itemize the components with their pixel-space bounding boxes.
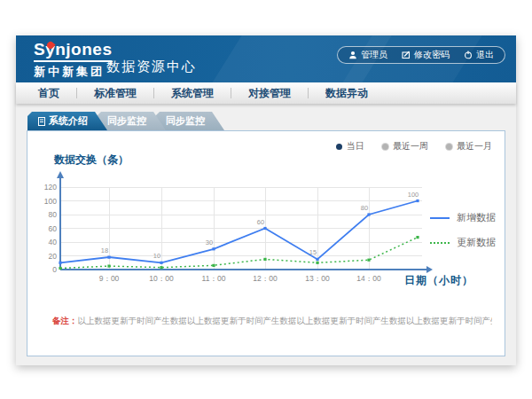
svg-text:13：00: 13：00 [305,274,330,283]
tab-system-intro[interactable]: 系统介绍 [27,112,107,130]
y-axis-title: 数据交换（条） [54,153,129,168]
power-icon [464,51,473,59]
document-icon [38,117,45,126]
svg-text:120: 120 [44,183,57,192]
svg-text:40: 40 [49,238,58,246]
change-password-button[interactable]: 修改密码 [402,49,450,61]
solid-line-icon [430,217,450,219]
nav-item-data-change[interactable]: 数据异动 [309,86,385,101]
range-option-today[interactable]: 当日 [336,140,364,153]
svg-text:30: 30 [206,239,213,246]
svg-text:0: 0 [52,265,57,274]
footnote: 备注：以上数据更新于时间产生数据以上数据更新于时间产生数据以上数据更新于时间产生… [52,316,492,327]
tab-label: 系统介绍 [49,114,88,128]
brand-logo: Synjones 新中新集团 [34,40,112,80]
chart-panel: 当日 最近一周 最近一月 数据交换（条） 0204060801001209：00… [27,130,505,356]
change-password-label: 修改密码 [414,49,450,61]
svg-text:10: 10 [153,252,160,260]
legend-item-update-data: 更新数据 [430,236,496,249]
user-icon [348,51,357,59]
svg-text:11：00: 11：00 [202,274,226,283]
svg-text:20: 20 [49,252,58,261]
tab-label: 同步监控 [107,114,146,128]
app-window: Synjones 新中新集团 数据资源中心 管理员 修改密码 [16,35,516,365]
edit-icon [402,51,411,59]
svg-text:80: 80 [49,210,58,219]
dotted-line-icon [430,242,450,244]
radio-selected-icon [336,144,342,150]
range-option-label: 当日 [347,140,364,153]
radio-unselected-icon [446,144,452,150]
svg-text:9：00: 9：00 [99,274,120,283]
nav-item-system-mgmt[interactable]: 系统管理 [154,86,231,101]
footnote-text: 以上数据更新于时间产生数据以上数据更新于时间产生数据以上数据更新于时间产生数据以… [78,316,493,325]
svg-text:100: 100 [44,197,57,206]
range-option-label: 最近一周 [393,140,428,153]
page-title: 数据资源中心 [106,59,197,75]
range-option-label: 最近一月 [457,140,492,153]
svg-text:18: 18 [101,246,108,254]
main-nav: 首页 标准管理 系统管理 对接管理 数据异动 [16,82,516,104]
user-toolbar: 管理员 修改密码 退出 [337,46,505,64]
logout-button[interactable]: 退出 [464,49,494,61]
svg-text:15: 15 [309,248,317,256]
current-user-button[interactable]: 管理员 [348,49,387,61]
tab-sync-monitor-1[interactable]: 同步监控 [97,112,166,130]
tab-sync-monitor-2[interactable]: 同步监控 [155,112,224,130]
nav-item-connect-mgmt[interactable]: 对接管理 [231,86,308,101]
exchange-chart: 0204060801001209：0010：0011：0012：0013：001… [50,169,440,302]
brand-logo-text: Synjones [34,40,112,62]
svg-text:60: 60 [257,218,264,226]
legend-item-new-data: 新增数据 [430,211,496,224]
series-legend: 新增数据 更新数据 [430,211,496,261]
range-option-last-week[interactable]: 最近一周 [382,140,428,153]
nav-item-home[interactable]: 首页 [21,86,76,101]
svg-text:10：00: 10：00 [149,274,174,283]
svg-text:60: 60 [49,224,58,233]
app-header: Synjones 新中新集团 数据资源中心 管理员 修改密码 [16,35,516,82]
logout-label: 退出 [476,49,494,61]
legend-label: 更新数据 [457,236,496,249]
range-selector: 当日 最近一周 最近一月 [336,140,492,153]
svg-text:12：00: 12：00 [253,274,278,283]
x-axis-title: 日期（小时） [404,273,473,288]
svg-text:100: 100 [408,191,419,199]
svg-text:14：00: 14：00 [356,274,381,283]
legend-label: 新增数据 [457,211,496,224]
current-user-label: 管理员 [361,49,387,61]
nav-item-standard-mgmt[interactable]: 标准管理 [77,86,153,101]
brand-logo-subtext: 新中新集团 [34,64,112,80]
tab-bar: 系统介绍 同步监控 同步监控 [27,112,214,130]
svg-text:80: 80 [361,204,368,212]
tab-label: 同步监控 [166,114,205,128]
radio-unselected-icon [382,144,388,150]
footnote-prefix: 备注： [52,316,78,325]
range-option-last-month[interactable]: 最近一月 [446,140,492,153]
